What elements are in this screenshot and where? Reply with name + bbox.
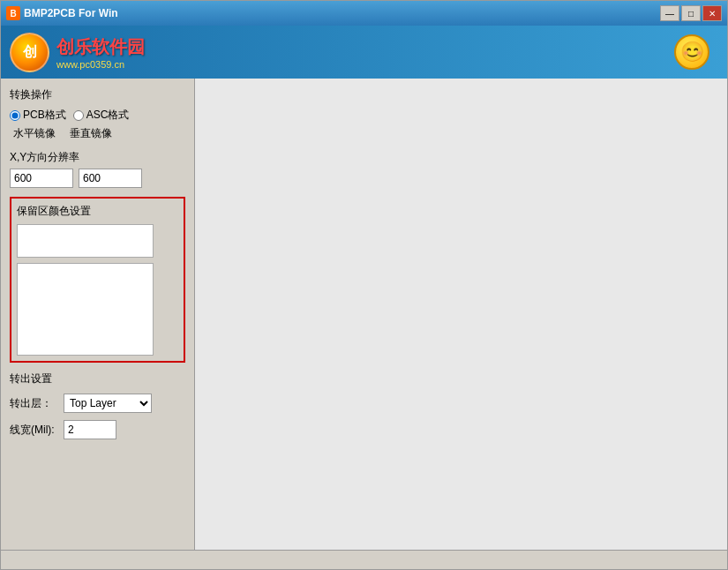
window-title: BMP2PCB For Win — [24, 7, 118, 19]
linewidth-row: 线宽(Mil): — [10, 420, 185, 439]
y-resolution-input[interactable] — [79, 169, 142, 188]
format-radio-group: PCB格式 ASC格式 — [10, 108, 185, 123]
title-bar: B BMP2PCB For Win — □ ✕ — [1, 1, 727, 26]
layer-row: 转出层： Top Layer Bottom Layer Inner Layer … — [10, 394, 185, 413]
app-icon: B — [6, 6, 20, 20]
main-window: B BMP2PCB For Win — □ ✕ 创 创乐软件园 www.pc03… — [0, 0, 728, 570]
banner-text-area: 创乐软件园 www.pc0359.cn — [56, 35, 145, 70]
smiley-icon: 😊 — [674, 34, 709, 70]
title-bar-left: B BMP2PCB For Win — [6, 6, 118, 20]
minimize-button[interactable]: — — [660, 5, 679, 21]
resolution-inputs — [10, 169, 185, 188]
left-panel: 转换操作 PCB格式 ASC格式 水平镜像 垂直镜像 — [1, 79, 195, 550]
mirror-group: 水平镜像 垂直镜像 — [10, 126, 185, 141]
asc-format-label: ASC格式 — [86, 108, 130, 123]
pcb-format-option[interactable]: PCB格式 — [10, 108, 66, 123]
status-bar — [1, 550, 727, 569]
linewidth-input[interactable] — [64, 420, 116, 439]
pcb-format-radio[interactable] — [10, 110, 20, 121]
asc-format-option[interactable]: ASC格式 — [73, 108, 130, 123]
asc-format-radio[interactable] — [73, 110, 84, 121]
main-content: 转换操作 PCB格式 ASC格式 水平镜像 垂直镜像 — [1, 79, 727, 550]
color-section-title: 保留区颜色设置 — [17, 204, 178, 219]
mirror-v-option[interactable]: 垂直镜像 — [70, 126, 112, 141]
logo-circle: 创 — [10, 33, 49, 72]
mirror-h-label: 水平镜像 — [13, 126, 56, 141]
color-list-box[interactable] — [17, 263, 154, 356]
right-panel — [195, 79, 727, 550]
mirror-v-label: 垂直镜像 — [70, 126, 112, 141]
x-resolution-input[interactable] — [10, 169, 73, 188]
banner-sub-text: www.pc0359.cn — [56, 59, 145, 70]
banner-main-text: 创乐软件园 — [56, 35, 145, 59]
resolution-section: X,Y方向分辨率 — [10, 150, 185, 188]
output-section-title: 转出设置 — [10, 371, 185, 386]
output-section: 转出设置 转出层： Top Layer Bottom Layer Inner L… — [10, 371, 185, 439]
layer-label: 转出层： — [10, 396, 58, 411]
resolution-label: X,Y方向分辨率 — [10, 150, 185, 165]
close-button[interactable]: ✕ — [702, 5, 722, 21]
window-controls: — □ ✕ — [660, 5, 722, 21]
linewidth-label: 线宽(Mil): — [10, 423, 58, 438]
layer-select[interactable]: Top Layer Bottom Layer Inner Layer 1 Inn… — [64, 394, 152, 413]
pcb-format-label: PCB格式 — [23, 108, 66, 123]
color-section: 保留区颜色设置 — [10, 197, 185, 363]
mirror-h-option[interactable]: 水平镜像 — [13, 126, 56, 141]
banner-logo: 创 创乐软件园 www.pc0359.cn — [10, 33, 145, 72]
conversion-section-title: 转换操作 — [10, 87, 185, 102]
maximize-button[interactable]: □ — [681, 5, 701, 21]
color-preview-box — [17, 224, 154, 258]
header-banner: 创 创乐软件园 www.pc0359.cn 😊 — [1, 26, 727, 79]
